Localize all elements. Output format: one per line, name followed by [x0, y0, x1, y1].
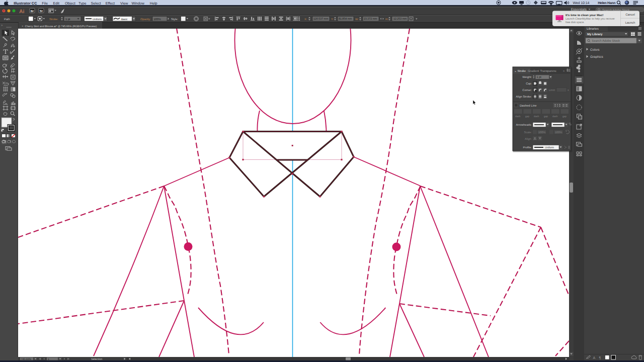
svg-text:Uniform: Uniform [93, 18, 102, 21]
svg-text:Path: Path [4, 18, 10, 21]
svg-text:Profile:: Profile: [523, 146, 532, 149]
svg-text:Dashed Line: Dashed Line [520, 104, 537, 108]
svg-text:Helen Hann: Helen Hann [598, 2, 615, 5]
svg-text:12.253 mm: 12.253 mm [393, 18, 407, 21]
svg-text:Opacity:: Opacity: [140, 18, 151, 21]
svg-text:Edit: Edit [53, 1, 59, 6]
svg-text:Launch: Launch [625, 21, 635, 25]
svg-text:Align Stroke:: Align Stroke: [516, 95, 532, 99]
svg-text:100%: 100% [555, 131, 562, 134]
svg-text:23.372 mm: 23.372 mm [364, 18, 377, 21]
svg-text:H:: H: [385, 18, 388, 21]
svg-text:Graphics: Graphics [590, 55, 603, 59]
svg-text:»: » [563, 70, 565, 73]
svg-text:File: File [42, 1, 48, 6]
svg-text:120.537 mm: 120.537 mm [313, 18, 329, 21]
svg-text:dash: dash [515, 115, 521, 118]
svg-text:100%: 100% [154, 18, 161, 21]
svg-text:Scale:: Scale: [524, 131, 532, 134]
svg-text:Align:: Align: [525, 137, 532, 141]
svg-text:My Library: My Library [587, 33, 603, 36]
svg-text:×: × [22, 25, 24, 28]
svg-text:Ai: Ai [19, 9, 25, 15]
svg-text:x: x [568, 89, 569, 92]
svg-text:W:: W: [355, 18, 359, 21]
svg-text:Window: Window [131, 1, 144, 6]
svg-text:free disk space.: free disk space. [566, 21, 585, 24]
svg-text:Cancel: Cancel [625, 13, 635, 17]
svg-text:Colors: Colors [590, 48, 599, 52]
svg-text:gap: gap [525, 116, 529, 118]
svg-text:Y:: Y: [331, 18, 334, 21]
svg-text:Br: Br [31, 10, 34, 13]
svg-text:A: A [593, 356, 596, 360]
svg-text:Basic: Basic [121, 18, 128, 21]
svg-text:Arrowheads:: Arrowheads: [516, 123, 532, 127]
svg-text:Object: Object [65, 1, 75, 6]
svg-text:Libraries: Libraries [587, 27, 599, 31]
svg-text:Select: Select [91, 1, 101, 6]
svg-text:Wed 10:14: Wed 10:14 [573, 1, 589, 5]
svg-text:Limit:: Limit: [549, 88, 556, 92]
svg-text:Gradient: Gradient [528, 69, 539, 73]
svg-text:dash: dash [552, 115, 558, 118]
svg-text:Uniform: Uniform [545, 146, 554, 149]
svg-text:Selection: Selection [91, 358, 102, 361]
svg-text:Cap:: Cap: [526, 82, 532, 85]
svg-text:Effect: Effect [106, 1, 115, 6]
svg-text:¶: ¶ [599, 356, 601, 360]
svg-text:Stroke:: Stroke: [49, 18, 58, 21]
svg-text:It's time to clean your Mac!: It's time to clean your Mac! [566, 14, 603, 17]
svg-text:Help: Help [150, 1, 157, 6]
svg-text:Style:: Style: [171, 18, 178, 21]
svg-text:81.854 mm: 81.854 mm [339, 18, 352, 21]
svg-text:dash: dash [534, 115, 539, 118]
svg-text:St: St [40, 10, 43, 13]
svg-text:Search Adobe Stock: Search Adobe Stock [592, 39, 620, 43]
svg-text:1: 1 [48, 358, 49, 361]
svg-text:100%: 100% [538, 131, 545, 134]
svg-text:View: View [120, 1, 128, 6]
svg-text:Transparenc: Transparenc [540, 70, 556, 73]
svg-text:gap: gap [544, 116, 548, 118]
svg-text:Launch CleanMyMac to help you: Launch CleanMyMac to help you recover [566, 18, 615, 21]
svg-text:1 pt: 1 pt [65, 18, 70, 21]
svg-text:X:: X: [304, 18, 307, 21]
svg-text:Corner:: Corner: [522, 89, 532, 92]
svg-text:Illustrator CC: Illustrator CC [14, 1, 37, 6]
svg-text:gap: gap [562, 116, 567, 118]
svg-text:Weight:: Weight: [522, 75, 532, 79]
svg-text:⌄ Stroke: ⌄ Stroke [514, 69, 526, 73]
svg-text:Cherry Skirt and Blouse.ai* @: Cherry Skirt and Blouse.ai* @ 745.66% (R… [25, 25, 97, 28]
svg-text:745.66%: 745.66% [21, 358, 32, 361]
svg-text:1 pt: 1 pt [537, 76, 542, 79]
svg-text:Type: Type [78, 1, 87, 6]
